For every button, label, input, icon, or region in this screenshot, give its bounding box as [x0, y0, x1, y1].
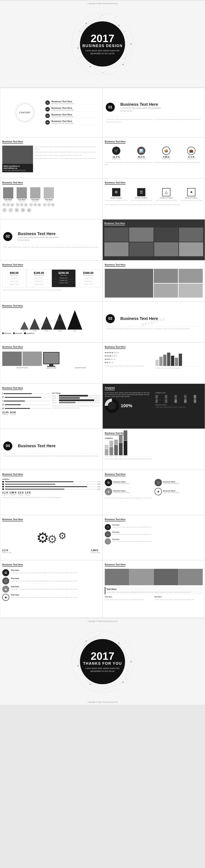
ta-item-2: 55%: [2, 484, 100, 485]
dot-1: 01: [45, 100, 50, 105]
text-analysis-body: Analytics 75% 55% 90%: [2, 478, 100, 499]
pie-chart: [105, 399, 119, 413]
row-11: Business Text Here Analytics 75% 55% 90%: [0, 470, 205, 515]
hb-3: Item C: [52, 399, 100, 401]
slide-01-title-block: Business Text Here Lorem ipsum dolor sia…: [120, 102, 161, 112]
rt-4: Lorem ipsum dolor siamet suame. Lorem ip…: [34, 157, 100, 160]
content-item-1: 01 Business Text Here Business text here…: [45, 100, 98, 105]
ta-stat-4: 1.5 K Reports: [25, 491, 31, 496]
sh-hearts: Business Text Here: [105, 346, 126, 349]
fc-desc-block: Lorem ipsum dolor siamet suame this plac…: [105, 497, 203, 499]
social-yt[interactable]: yt: [21, 208, 25, 212]
hearts-desc: Lorem ipsum dolor siamet suame this plac…: [105, 365, 152, 367]
feature-icon-2: ☰: [137, 188, 145, 196]
slide-02-title-block: Business Text Here Lorem ipsum dolor sia…: [18, 231, 59, 242]
stat-1: 🛒 21.3 % Growth Chart: [105, 147, 128, 160]
member-role-3: Team Role: [32, 201, 38, 202]
analysis-right-desc: Lorem ipsum placeholder text here for bu…: [156, 406, 203, 408]
stat-label-1: Growth Chart: [105, 158, 128, 160]
slide-analysis-dark: Analysis Lorem ipsum dolor siamet suame …: [102, 383, 205, 429]
stat-num-1: 21.3 %: [105, 156, 128, 158]
tri-shape-4: [53, 313, 66, 330]
analysis-bars-desc: Lorem ipsum dolor siamet suame this plac…: [105, 458, 203, 460]
feature-1: ⚙ Simple Problem Lorem ipsum placeholder…: [105, 188, 128, 202]
row-13: Business Text Here ⚙ Text Here Lorem ips…: [0, 560, 205, 618]
triangle-legend: BizGrowth BizGrowth GrowthPoint: [2, 333, 100, 334]
ta-stat-3: 3.2 K Reports: [18, 491, 24, 496]
gear-large-2: ⚙: [47, 534, 57, 545]
fc-icon-4: ★: [155, 488, 162, 495]
sc-pt-bar: [5, 397, 50, 398]
social-fb[interactable]: f: [2, 208, 7, 212]
ab-3: 2015: [114, 440, 118, 457]
num-01: 01: [108, 105, 112, 110]
heart-row-2: ♥ ♥ ♥ ♥ 34.6 %: [105, 355, 152, 357]
ci-sub-3: Business text here placeholder: [52, 116, 98, 118]
ta-stat-1: 2.1 K Reports: [2, 491, 8, 496]
mosaic-6: [129, 242, 153, 256]
stat-3: 📦 2.99 K Growth Chart: [155, 147, 178, 160]
thl-item-4: ★ Text Here Lorem ipsum dolor siamet sua…: [2, 594, 100, 601]
stat-num-2: 44.4 %: [130, 156, 153, 158]
sh-social: Business Text Here: [2, 387, 23, 390]
slide-01-body: Lorem ipsum dolor siamet suame this plac…: [106, 118, 202, 123]
member-name-4: Team Name: [45, 199, 53, 200]
heart-ratings: ♥ ♥ ♥ ♥ ♥ 21.3 % ♥ ♥ ♥ ♥ 34.6 % ♥ ♥ ♥ 44…: [105, 351, 152, 367]
thanks-subtitle: Lorem ipsum dolor siamet suame this plac…: [80, 667, 125, 673]
gears-area: ⚙ ⚙ ⚙ 2.1 K Business Data 1.99 K Busines…: [2, 522, 100, 553]
sc-fb: f: [2, 400, 50, 402]
slide-03-title: Business Text Here: [120, 316, 158, 321]
thl-text-2: Text Here Lorem ipsum dolor siamet suame…: [11, 578, 100, 582]
tri-shape-5: [67, 310, 82, 330]
feature-label-3: Complex Problem: [160, 197, 173, 199]
ab-5: 2017: [124, 430, 127, 457]
feature-text-block: Lorem ipsum dolor siamet suame this plac…: [105, 204, 203, 206]
slide-01-sub: Lorem ipsum dolor siamet suame this plac…: [120, 107, 161, 112]
social-contact-row: t P f D in: [2, 392, 100, 415]
gear-stat-2: 1.99 K Business Data: [91, 549, 100, 553]
slide-stats-right: Business Text Here 🛒 21.3 % Growth Chart…: [102, 137, 205, 178]
price-2: $199.00 Standard Plan Feature One Featur…: [27, 270, 51, 287]
member-name-3: Team Name: [31, 199, 39, 200]
team-social-main: f t in yt g+: [2, 208, 100, 212]
mosaic-2: [129, 227, 153, 242]
sh-triangle: Business Text Here: [2, 305, 23, 308]
sc-tw-bar: [4, 393, 50, 394]
price-row: $99.00 Basic Plan Feature One Feature Tw…: [2, 270, 100, 287]
row-7: Business Text Here PPTSTORE 2013 2014 20…: [0, 302, 205, 343]
bar-r2: [159, 357, 163, 366]
social-tw[interactable]: t: [8, 208, 13, 212]
ta-title: Analytics: [2, 478, 100, 480]
slide-04: 04 Business Text Here Lorem ipsum dolor …: [0, 429, 102, 470]
slide-04-body: Lorem ipsum dolor siamet suame this plac…: [3, 455, 99, 457]
person-7: [165, 399, 167, 403]
thl-text-4: Text Here Lorem ipsum dolor siamet suame…: [11, 594, 100, 598]
bar-r6: [175, 358, 178, 366]
lm-1: [154, 269, 178, 283]
thl-title-4: Text Here: [11, 594, 100, 596]
photo-caption: What we believe iswhat defines us Lorem …: [2, 164, 33, 172]
tri-shape-3: [41, 316, 52, 330]
feature-circles-grid: ⚙ Business Name Lorem ipsum placeholder …: [105, 479, 203, 495]
feature-desc-1: Lorem ipsum placeholder text here: [105, 199, 127, 202]
lm-4: [178, 284, 203, 298]
slide-title: Copyright © https://www.pptstore.net 201…: [0, 1, 205, 87]
slide-01-title: Business Text Here: [120, 102, 161, 107]
sh-text-analysis: Business Text Here: [2, 473, 23, 476]
social-gp[interactable]: g+: [27, 208, 31, 212]
social-in[interactable]: in: [14, 208, 19, 212]
analysis-bar-chart: 2013 2014 2015 2016: [105, 440, 203, 457]
member-role-2: Team Role: [19, 201, 25, 202]
analysis-right-label: Business Name: [156, 404, 203, 406]
content-text-2: Business Text Here Business text here pl…: [52, 107, 98, 112]
bar-r4: [167, 352, 170, 366]
svg-line-20: [90, 66, 102, 73]
content-text: CONTENT: [19, 112, 30, 114]
ab-2: 2014: [109, 441, 113, 457]
content-circle-area: CONTENT: [4, 103, 45, 122]
thanks-copyright-top: Copyright © https://www.pptstore.net: [88, 620, 117, 622]
heart-list: ♥ ♥ ♥ ♥ ♥ 21.3 % ♥ ♥ ♥ ♥ 34.6 % ♥ ♥ ♥ 44…: [105, 351, 152, 364]
content-slide: CONTENT 01 Business Text Here Business t…: [0, 88, 102, 137]
banner-photos: [105, 569, 203, 585]
ta-item-3: 90%: [2, 486, 100, 488]
